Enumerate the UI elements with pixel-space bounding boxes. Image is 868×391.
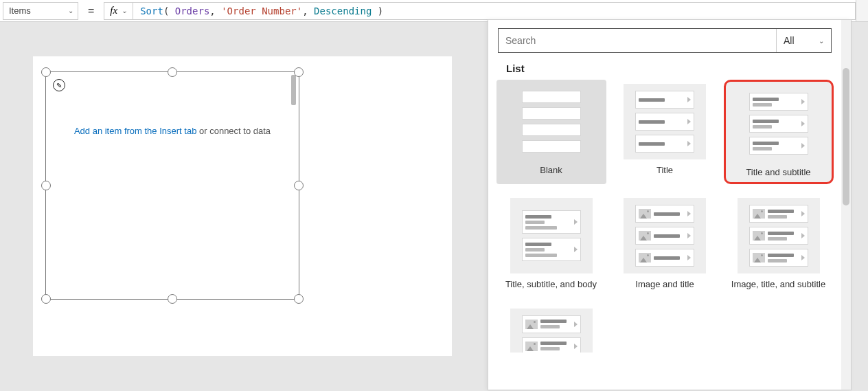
- token-keyword: Descending: [314, 5, 372, 16]
- gallery-scrollbar-thumb[interactable]: [291, 75, 296, 105]
- tile-preview: [624, 84, 706, 159]
- token-string: 'Order Number': [221, 5, 302, 16]
- resize-handle[interactable]: [41, 67, 51, 77]
- property-select[interactable]: Items ⌄: [3, 2, 78, 20]
- tile-label: Blank: [540, 165, 562, 176]
- layout-tile-grid: Blank Title Title and subtitle: [488, 80, 841, 366]
- gallery-placeholder: Add an item from the Insert tab or conne…: [46, 126, 299, 136]
- edit-icon[interactable]: ✎: [53, 79, 65, 91]
- layout-tile-image-title-subtitle[interactable]: Image, title, and subtitle: [724, 194, 834, 294]
- tile-label: Image, title, and subtitle: [731, 279, 825, 290]
- tile-preview: [510, 198, 593, 273]
- tile-label: Title, subtitle, and body: [505, 279, 597, 290]
- fx-dropdown[interactable]: fx ⌄: [104, 2, 133, 20]
- gallery-control-selected[interactable]: ✎ Add an item from the Insert tab or con…: [45, 71, 299, 300]
- resize-handle[interactable]: [294, 181, 304, 190]
- resize-handle[interactable]: [168, 294, 177, 304]
- resize-handle[interactable]: [41, 181, 51, 190]
- tile-label: Title and subtitle: [746, 167, 810, 178]
- resize-handle[interactable]: [41, 294, 51, 304]
- search-filter-dropdown[interactable]: All ⌄: [776, 29, 831, 52]
- right-pane-toggle[interactable]: [856, 0, 868, 21]
- tile-label: Title: [656, 165, 673, 176]
- property-name: Items: [9, 5, 31, 16]
- layout-panel: All ⌄ List Blank: [488, 19, 852, 390]
- fx-label: fx: [110, 5, 117, 16]
- filter-label: All: [784, 35, 795, 46]
- canvas-screen[interactable]: ✎ Add an item from the Insert tab or con…: [33, 56, 452, 356]
- token-function: Sort: [140, 5, 163, 16]
- insert-link[interactable]: Add an item from the Insert tab: [74, 126, 196, 136]
- resize-handle[interactable]: [294, 67, 304, 77]
- resize-handle[interactable]: [294, 294, 304, 304]
- search-input[interactable]: [499, 29, 776, 52]
- formula-input[interactable]: Sort( Orders, 'Order Number', Descending…: [133, 2, 856, 20]
- resize-handle[interactable]: [168, 67, 177, 77]
- token-datasource: Orders: [175, 5, 210, 16]
- panel-scrollbar-track[interactable]: [841, 20, 851, 390]
- tile-preview: [624, 198, 706, 273]
- layout-tile-image-title[interactable]: Image and title: [610, 194, 720, 294]
- tile-preview: [733, 86, 824, 161]
- layout-tile-title[interactable]: Title: [610, 80, 720, 184]
- canvas-area: ✎ Add an item from the Insert tab or con…: [0, 22, 474, 391]
- equals-sign: =: [78, 5, 104, 17]
- tile-preview: [738, 198, 820, 273]
- section-title-list: List: [506, 63, 841, 74]
- tile-preview: [510, 309, 593, 353]
- layout-tile-title-subtitle-body[interactable]: Title, subtitle, and body: [496, 194, 606, 294]
- chevron-down-icon: ⌄: [819, 37, 824, 45]
- layout-tile-title-subtitle[interactable]: Title and subtitle: [724, 80, 834, 184]
- tile-preview: [510, 84, 593, 159]
- layout-search-row: All ⌄: [498, 28, 832, 53]
- panel-scrollbar-thumb[interactable]: [843, 68, 849, 205]
- chevron-down-icon: ⌄: [68, 7, 73, 14]
- layout-tile-partial[interactable]: [496, 304, 606, 353]
- chevron-down-icon: ⌄: [122, 7, 127, 14]
- tile-label: Image and title: [635, 279, 694, 290]
- layout-tile-blank[interactable]: Blank: [496, 80, 606, 184]
